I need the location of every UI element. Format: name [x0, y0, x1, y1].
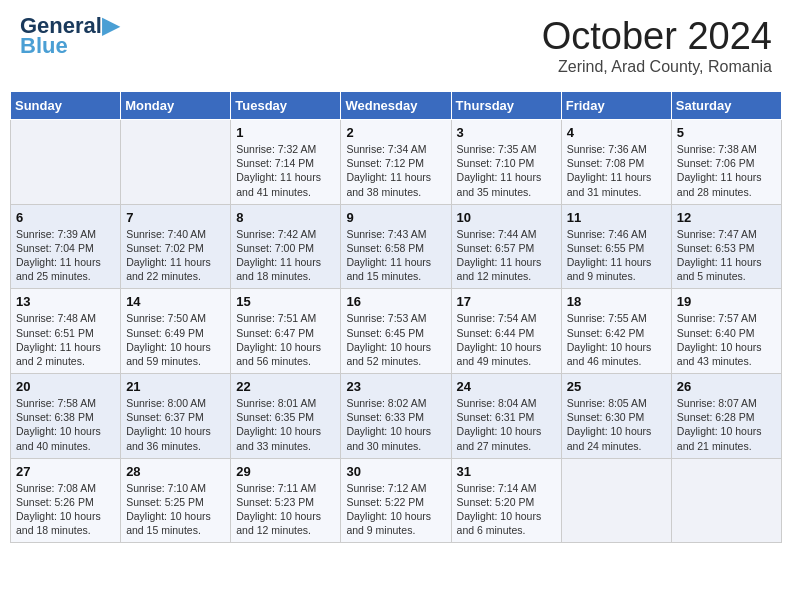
calendar-cell: 22 Sunrise: 8:01 AM Sunset: 6:35 PM Dayl…: [231, 374, 341, 459]
day-info: Sunrise: 7:42 AM Sunset: 7:00 PM Dayligh…: [236, 227, 335, 284]
sunset-text: Sunset: 6:31 PM: [457, 411, 535, 423]
calendar-cell: 23 Sunrise: 8:02 AM Sunset: 6:33 PM Dayl…: [341, 374, 451, 459]
daylight-text: Daylight: 11 hours and 28 minutes.: [677, 171, 762, 197]
sunrise-text: Sunrise: 7:51 AM: [236, 312, 316, 324]
calendar-cell: 19 Sunrise: 7:57 AM Sunset: 6:40 PM Dayl…: [671, 289, 781, 374]
daylight-text: Daylight: 11 hours and 25 minutes.: [16, 256, 101, 282]
day-info: Sunrise: 7:38 AM Sunset: 7:06 PM Dayligh…: [677, 142, 776, 199]
calendar-cell: 21 Sunrise: 8:00 AM Sunset: 6:37 PM Dayl…: [121, 374, 231, 459]
header-day-thursday: Thursday: [451, 92, 561, 120]
calendar-cell: [121, 120, 231, 205]
sunset-text: Sunset: 5:20 PM: [457, 496, 535, 508]
day-number: 24: [457, 379, 556, 394]
day-info: Sunrise: 7:35 AM Sunset: 7:10 PM Dayligh…: [457, 142, 556, 199]
calendar-cell: 12 Sunrise: 7:47 AM Sunset: 6:53 PM Dayl…: [671, 204, 781, 289]
day-info: Sunrise: 7:11 AM Sunset: 5:23 PM Dayligh…: [236, 481, 335, 538]
calendar-cell: 1 Sunrise: 7:32 AM Sunset: 7:14 PM Dayli…: [231, 120, 341, 205]
calendar-cell: 18 Sunrise: 7:55 AM Sunset: 6:42 PM Dayl…: [561, 289, 671, 374]
daylight-text: Daylight: 11 hours and 9 minutes.: [567, 256, 652, 282]
sunset-text: Sunset: 7:06 PM: [677, 157, 755, 169]
sunrise-text: Sunrise: 7:40 AM: [126, 228, 206, 240]
day-number: 29: [236, 464, 335, 479]
day-info: Sunrise: 7:54 AM Sunset: 6:44 PM Dayligh…: [457, 311, 556, 368]
calendar-cell: [11, 120, 121, 205]
calendar-cell: 13 Sunrise: 7:48 AM Sunset: 6:51 PM Dayl…: [11, 289, 121, 374]
daylight-text: Daylight: 10 hours and 24 minutes.: [567, 425, 652, 451]
sunrise-text: Sunrise: 7:39 AM: [16, 228, 96, 240]
week-row-3: 13 Sunrise: 7:48 AM Sunset: 6:51 PM Dayl…: [11, 289, 782, 374]
sunrise-text: Sunrise: 7:55 AM: [567, 312, 647, 324]
day-number: 11: [567, 210, 666, 225]
day-info: Sunrise: 7:34 AM Sunset: 7:12 PM Dayligh…: [346, 142, 445, 199]
day-info: Sunrise: 7:39 AM Sunset: 7:04 PM Dayligh…: [16, 227, 115, 284]
header-day-sunday: Sunday: [11, 92, 121, 120]
daylight-text: Daylight: 10 hours and 46 minutes.: [567, 341, 652, 367]
day-info: Sunrise: 7:32 AM Sunset: 7:14 PM Dayligh…: [236, 142, 335, 199]
title-block: October 2024 Zerind, Arad County, Romani…: [542, 15, 772, 76]
sunset-text: Sunset: 7:04 PM: [16, 242, 94, 254]
sunset-text: Sunset: 6:28 PM: [677, 411, 755, 423]
week-row-1: 1 Sunrise: 7:32 AM Sunset: 7:14 PM Dayli…: [11, 120, 782, 205]
daylight-text: Daylight: 11 hours and 2 minutes.: [16, 341, 101, 367]
daylight-text: Daylight: 10 hours and 49 minutes.: [457, 341, 542, 367]
calendar-cell: 6 Sunrise: 7:39 AM Sunset: 7:04 PM Dayli…: [11, 204, 121, 289]
calendar-cell: 7 Sunrise: 7:40 AM Sunset: 7:02 PM Dayli…: [121, 204, 231, 289]
day-number: 10: [457, 210, 556, 225]
sunset-text: Sunset: 7:02 PM: [126, 242, 204, 254]
sunset-text: Sunset: 6:51 PM: [16, 327, 94, 339]
sunrise-text: Sunrise: 7:35 AM: [457, 143, 537, 155]
header-day-monday: Monday: [121, 92, 231, 120]
sunset-text: Sunset: 6:44 PM: [457, 327, 535, 339]
sunset-text: Sunset: 6:30 PM: [567, 411, 645, 423]
day-info: Sunrise: 7:48 AM Sunset: 6:51 PM Dayligh…: [16, 311, 115, 368]
calendar-cell: 29 Sunrise: 7:11 AM Sunset: 5:23 PM Dayl…: [231, 458, 341, 543]
day-info: Sunrise: 7:57 AM Sunset: 6:40 PM Dayligh…: [677, 311, 776, 368]
calendar-cell: 4 Sunrise: 7:36 AM Sunset: 7:08 PM Dayli…: [561, 120, 671, 205]
day-number: 22: [236, 379, 335, 394]
calendar-cell: 9 Sunrise: 7:43 AM Sunset: 6:58 PM Dayli…: [341, 204, 451, 289]
sunset-text: Sunset: 7:14 PM: [236, 157, 314, 169]
day-info: Sunrise: 7:10 AM Sunset: 5:25 PM Dayligh…: [126, 481, 225, 538]
daylight-text: Daylight: 10 hours and 40 minutes.: [16, 425, 101, 451]
day-info: Sunrise: 7:43 AM Sunset: 6:58 PM Dayligh…: [346, 227, 445, 284]
calendar-cell: 10 Sunrise: 7:44 AM Sunset: 6:57 PM Dayl…: [451, 204, 561, 289]
day-number: 19: [677, 294, 776, 309]
calendar-cell: 24 Sunrise: 8:04 AM Sunset: 6:31 PM Dayl…: [451, 374, 561, 459]
daylight-text: Daylight: 10 hours and 43 minutes.: [677, 341, 762, 367]
daylight-text: Daylight: 11 hours and 31 minutes.: [567, 171, 652, 197]
day-info: Sunrise: 8:01 AM Sunset: 6:35 PM Dayligh…: [236, 396, 335, 453]
sunrise-text: Sunrise: 7:43 AM: [346, 228, 426, 240]
daylight-text: Daylight: 10 hours and 9 minutes.: [346, 510, 431, 536]
sunrise-text: Sunrise: 7:54 AM: [457, 312, 537, 324]
calendar-cell: 31 Sunrise: 7:14 AM Sunset: 5:20 PM Dayl…: [451, 458, 561, 543]
sunrise-text: Sunrise: 7:36 AM: [567, 143, 647, 155]
sunrise-text: Sunrise: 7:44 AM: [457, 228, 537, 240]
day-number: 8: [236, 210, 335, 225]
day-info: Sunrise: 7:08 AM Sunset: 5:26 PM Dayligh…: [16, 481, 115, 538]
day-info: Sunrise: 7:55 AM Sunset: 6:42 PM Dayligh…: [567, 311, 666, 368]
sunset-text: Sunset: 7:08 PM: [567, 157, 645, 169]
week-row-4: 20 Sunrise: 7:58 AM Sunset: 6:38 PM Dayl…: [11, 374, 782, 459]
sunrise-text: Sunrise: 7:38 AM: [677, 143, 757, 155]
day-number: 17: [457, 294, 556, 309]
day-info: Sunrise: 8:04 AM Sunset: 6:31 PM Dayligh…: [457, 396, 556, 453]
day-number: 26: [677, 379, 776, 394]
sunrise-text: Sunrise: 7:11 AM: [236, 482, 316, 494]
daylight-text: Daylight: 11 hours and 35 minutes.: [457, 171, 542, 197]
daylight-text: Daylight: 10 hours and 21 minutes.: [677, 425, 762, 451]
calendar-cell: 20 Sunrise: 7:58 AM Sunset: 6:38 PM Dayl…: [11, 374, 121, 459]
day-info: Sunrise: 7:50 AM Sunset: 6:49 PM Dayligh…: [126, 311, 225, 368]
day-number: 15: [236, 294, 335, 309]
daylight-text: Daylight: 11 hours and 12 minutes.: [457, 256, 542, 282]
daylight-text: Daylight: 10 hours and 12 minutes.: [236, 510, 321, 536]
daylight-text: Daylight: 11 hours and 38 minutes.: [346, 171, 431, 197]
sunset-text: Sunset: 6:58 PM: [346, 242, 424, 254]
calendar-cell: 15 Sunrise: 7:51 AM Sunset: 6:47 PM Dayl…: [231, 289, 341, 374]
daylight-text: Daylight: 10 hours and 56 minutes.: [236, 341, 321, 367]
sunset-text: Sunset: 5:26 PM: [16, 496, 94, 508]
day-number: 1: [236, 125, 335, 140]
day-info: Sunrise: 8:00 AM Sunset: 6:37 PM Dayligh…: [126, 396, 225, 453]
sunrise-text: Sunrise: 8:05 AM: [567, 397, 647, 409]
sunrise-text: Sunrise: 7:10 AM: [126, 482, 206, 494]
daylight-text: Daylight: 11 hours and 22 minutes.: [126, 256, 211, 282]
